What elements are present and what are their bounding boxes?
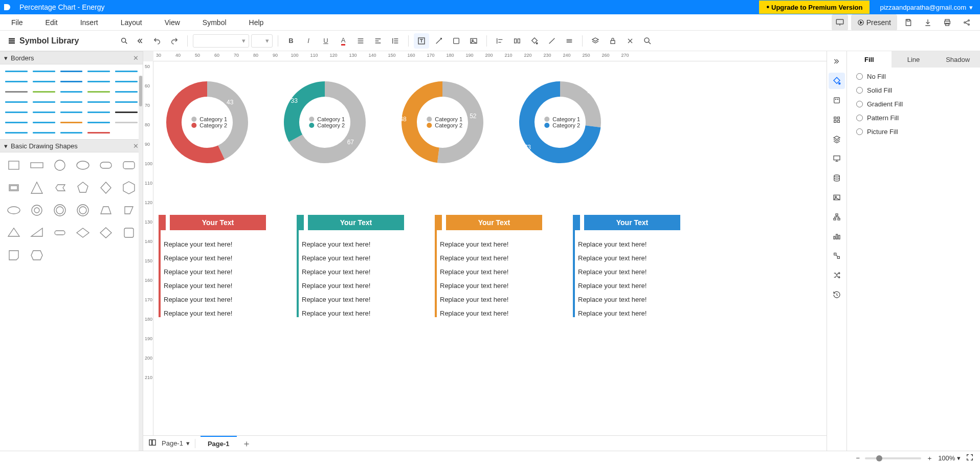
border-swatch[interactable] xyxy=(60,79,83,84)
expand-panel-button[interactable] xyxy=(829,53,845,70)
border-swatch[interactable] xyxy=(87,89,110,94)
fill-option-4[interactable]: Picture Fill xyxy=(856,128,971,136)
text-line[interactable]: Replace your text here! xyxy=(302,240,404,248)
shape-swatch[interactable] xyxy=(97,157,115,174)
text-block-2[interactable]: Your TextReplace your text here!Replace … xyxy=(297,215,404,317)
text-line[interactable]: Replace your text here! xyxy=(164,254,266,262)
donut-chart-4[interactable]: Category 1Category 22773 xyxy=(511,74,609,171)
shape-swatch[interactable] xyxy=(74,157,92,174)
fill-option-2[interactable]: Gradient Fill xyxy=(856,100,971,108)
undo-button[interactable] xyxy=(149,33,165,49)
border-swatch[interactable] xyxy=(5,120,28,125)
align-left-button[interactable] xyxy=(370,33,386,49)
text-line[interactable]: Replace your text here! xyxy=(302,296,404,303)
lock-button[interactable] xyxy=(605,33,620,49)
shape-swatch[interactable] xyxy=(120,202,138,219)
connector-tool[interactable] xyxy=(431,33,447,49)
text-line[interactable]: Replace your text here! xyxy=(578,268,680,276)
border-swatch[interactable] xyxy=(115,89,138,94)
border-swatch[interactable] xyxy=(5,79,28,84)
chart-panel-button[interactable] xyxy=(829,228,845,245)
text-line[interactable]: Replace your text here! xyxy=(302,282,404,290)
shape-swatch[interactable] xyxy=(5,224,23,241)
font-size-select[interactable]: ▾ xyxy=(251,34,273,48)
upgrade-button[interactable]: Upgrade to Premium Version xyxy=(759,1,870,14)
underline-button[interactable]: U xyxy=(318,33,333,49)
border-swatch[interactable] xyxy=(87,120,110,125)
left-scrollbar[interactable] xyxy=(139,76,143,451)
font-color-button[interactable]: A xyxy=(336,33,351,49)
shape-swatch[interactable] xyxy=(28,224,46,241)
bold-button[interactable]: B xyxy=(283,33,299,49)
text-line[interactable]: Replace your text here! xyxy=(578,296,680,303)
fullscreen-button[interactable] xyxy=(966,453,974,463)
border-swatch[interactable] xyxy=(5,99,28,104)
search-tool-button[interactable] xyxy=(640,33,655,49)
border-swatch[interactable] xyxy=(60,130,83,135)
zoom-value[interactable]: 100% ▾ xyxy=(938,454,961,462)
border-swatch[interactable] xyxy=(87,109,110,115)
tools-button[interactable] xyxy=(622,33,638,49)
tab-page-1[interactable]: Page-1 xyxy=(201,436,237,451)
search-icon[interactable] xyxy=(117,37,132,45)
border-swatch[interactable] xyxy=(5,130,28,135)
fill-option-1[interactable]: Solid Fill xyxy=(856,86,971,94)
menu-insert[interactable]: Insert xyxy=(69,14,109,31)
menu-help[interactable]: Help xyxy=(238,14,275,31)
shape-swatch[interactable] xyxy=(28,247,46,264)
donut-chart-3[interactable]: Category 1Category 25248 xyxy=(394,74,491,171)
hierarchy-panel-button[interactable] xyxy=(829,209,845,225)
line-style-button[interactable] xyxy=(562,33,577,49)
text-block-4[interactable]: Your TextReplace your text here!Replace … xyxy=(573,215,680,317)
menu-edit[interactable]: Edit xyxy=(34,14,69,31)
border-swatch[interactable] xyxy=(115,69,138,74)
shape-swatch[interactable] xyxy=(51,224,69,241)
border-swatch[interactable] xyxy=(33,79,55,84)
add-page-button[interactable]: ＋ xyxy=(242,437,251,450)
text-tool[interactable] xyxy=(414,33,429,49)
account-menu[interactable]: pizzaandparatha@gmail.com▾ xyxy=(880,4,973,11)
border-swatch[interactable] xyxy=(60,89,83,94)
share-button[interactable] xyxy=(959,14,975,31)
text-line[interactable]: Replace your text here! xyxy=(578,309,680,317)
image-panel-button[interactable] xyxy=(829,189,845,206)
close-icon[interactable]: ✕ xyxy=(133,54,139,62)
fill-color-button[interactable] xyxy=(527,33,542,49)
text-line[interactable]: Replace your text here! xyxy=(164,309,266,317)
border-swatch[interactable] xyxy=(115,79,138,84)
border-swatch[interactable] xyxy=(87,69,110,74)
shape-swatch[interactable] xyxy=(28,157,46,174)
line-spacing-button[interactable] xyxy=(388,33,403,49)
shape-swatch[interactable] xyxy=(120,224,138,241)
shape-swatch[interactable] xyxy=(97,202,115,219)
menu-layout[interactable]: Layout xyxy=(109,14,153,31)
fill-option-3[interactable]: Pattern Fill xyxy=(856,114,971,122)
donut-chart-1[interactable]: Category 1Category 243 xyxy=(159,74,256,171)
text-line[interactable]: Replace your text here! xyxy=(440,240,542,248)
print-button[interactable] xyxy=(939,14,955,31)
border-swatch[interactable] xyxy=(33,89,55,94)
text-line[interactable]: Replace your text here! xyxy=(578,240,680,248)
shape-swatch[interactable] xyxy=(5,179,23,196)
menu-view[interactable]: View xyxy=(153,14,191,31)
border-swatch[interactable] xyxy=(87,79,110,84)
border-swatch[interactable] xyxy=(33,130,55,135)
present-button[interactable]: Present xyxy=(851,14,897,31)
border-swatch[interactable] xyxy=(115,109,138,115)
menu-file[interactable]: File xyxy=(0,14,34,31)
line-color-button[interactable] xyxy=(544,33,560,49)
shuffle-panel-button[interactable] xyxy=(829,267,845,283)
border-swatch[interactable] xyxy=(5,109,28,115)
border-swatch[interactable] xyxy=(60,99,83,104)
distribute-button[interactable] xyxy=(509,33,525,49)
shape-swatch[interactable] xyxy=(5,247,23,264)
border-swatch[interactable] xyxy=(60,69,83,74)
text-line[interactable]: Replace your text here! xyxy=(440,268,542,276)
layers-panel-button[interactable] xyxy=(829,131,845,147)
donut-chart-2[interactable]: Category 1Category 26733 xyxy=(276,74,373,171)
text-line[interactable]: Replace your text here! xyxy=(302,254,404,262)
text-line[interactable]: Replace your text here! xyxy=(302,309,404,317)
style-panel-button[interactable] xyxy=(829,92,845,108)
fill-panel-button[interactable] xyxy=(829,73,845,89)
border-swatch[interactable] xyxy=(5,69,28,74)
